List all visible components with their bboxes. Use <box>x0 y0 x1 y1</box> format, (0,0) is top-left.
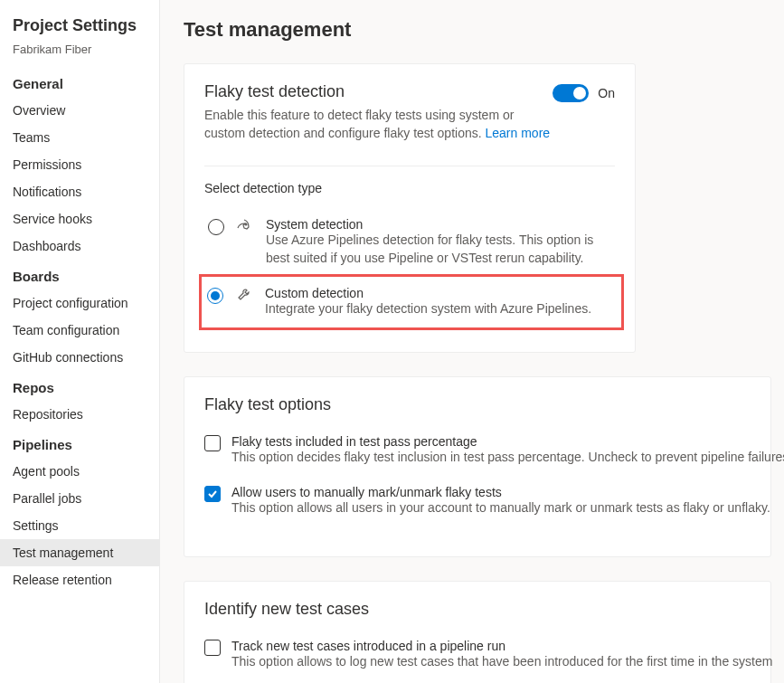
detection-desc: Use Azure Pipelines detection for flaky … <box>266 232 611 267</box>
sidebar-item-teams[interactable]: Teams <box>0 124 159 151</box>
detection-desc: Integrate your flaky detection system wi… <box>265 300 591 318</box>
learn-more-link[interactable]: Learn more <box>486 126 551 140</box>
sidebar-item-dashboards[interactable]: Dashboards <box>0 232 159 260</box>
main-content: Test management Flaky test detection Ena… <box>160 0 784 683</box>
detection-radio[interactable] <box>208 219 224 235</box>
sidebar-section-head: Repos <box>0 371 159 401</box>
identify-option-checkbox[interactable] <box>204 640 221 656</box>
flaky-option-checkbox[interactable] <box>204 435 221 451</box>
select-detection-label: Select detection type <box>204 181 615 195</box>
detection-option-system-detection[interactable]: System detectionUse Azure Pipelines dete… <box>204 210 615 274</box>
page-title: Test management <box>184 18 784 42</box>
flaky-option-title: Allow users to manually mark/unmark flak… <box>231 485 770 499</box>
sidebar-item-agent-pools[interactable]: Agent pools <box>0 458 159 485</box>
sidebar-item-project-configuration[interactable]: Project configuration <box>0 289 159 317</box>
sidebar-item-test-management[interactable]: Test management <box>0 539 159 566</box>
flaky-options-card: Flaky test options Flaky tests included … <box>184 376 771 557</box>
divider <box>204 166 615 166</box>
toggle-label: On <box>598 86 615 100</box>
sidebar-item-settings[interactable]: Settings <box>0 512 159 539</box>
sidebar-item-overview[interactable]: Overview <box>0 97 159 124</box>
detection-option-custom-detection[interactable]: Custom detectionIntegrate your flaky det… <box>199 274 624 330</box>
flaky-heading: Flaky test detection <box>204 82 553 101</box>
flaky-option-row: Allow users to manually mark/unmark flak… <box>204 485 751 517</box>
sidebar-item-permissions[interactable]: Permissions <box>0 151 159 178</box>
svg-point-0 <box>245 223 247 225</box>
flaky-option-desc: This option decides flaky test inclusion… <box>231 449 784 467</box>
sidebar-item-service-hooks[interactable]: Service hooks <box>0 205 159 232</box>
wrench-icon <box>236 288 252 302</box>
identify-heading: Identify new test cases <box>204 600 751 619</box>
identify-option-desc: This option allows to log new test cases… <box>231 653 772 671</box>
detection-title: Custom detection <box>265 286 591 300</box>
sidebar-item-notifications[interactable]: Notifications <box>0 178 159 205</box>
detection-radio[interactable] <box>207 288 223 304</box>
sidebar-title: Project Settings <box>0 13 159 41</box>
flaky-option-title: Flaky tests included in test pass percen… <box>231 434 784 449</box>
sidebar: Project Settings Fabrikam Fiber GeneralO… <box>0 0 160 683</box>
flaky-option-desc: This option allows all users in your acc… <box>231 499 770 517</box>
flaky-option-checkbox[interactable] <box>204 486 221 502</box>
sidebar-item-repositories[interactable]: Repositories <box>0 401 159 428</box>
sidebar-section-head: General <box>0 67 159 97</box>
flaky-detection-card: Flaky test detection Enable this feature… <box>184 63 636 353</box>
flaky-option-row: Flaky tests included in test pass percen… <box>204 434 751 467</box>
sidebar-item-github-connections[interactable]: GitHub connections <box>0 344 159 371</box>
sidebar-section-head: Pipelines <box>0 428 159 458</box>
sidebar-section-head: Boards <box>0 260 159 289</box>
rocket-icon <box>237 219 253 233</box>
sidebar-item-team-configuration[interactable]: Team configuration <box>0 317 159 344</box>
project-name: Fabrikam Fiber <box>0 41 159 67</box>
flaky-description: Enable this feature to detect flaky test… <box>204 107 553 142</box>
flaky-detection-toggle[interactable] <box>553 84 589 102</box>
identify-option-title: Track new test cases introduced in a pip… <box>231 639 772 653</box>
sidebar-item-release-retention[interactable]: Release retention <box>0 566 159 593</box>
identify-card: Identify new test cases Track new test c… <box>184 581 771 683</box>
detection-title: System detection <box>266 217 611 232</box>
options-heading: Flaky test options <box>204 395 751 414</box>
identify-option-row: Track new test cases introduced in a pip… <box>204 639 751 671</box>
sidebar-item-parallel-jobs[interactable]: Parallel jobs <box>0 485 159 512</box>
